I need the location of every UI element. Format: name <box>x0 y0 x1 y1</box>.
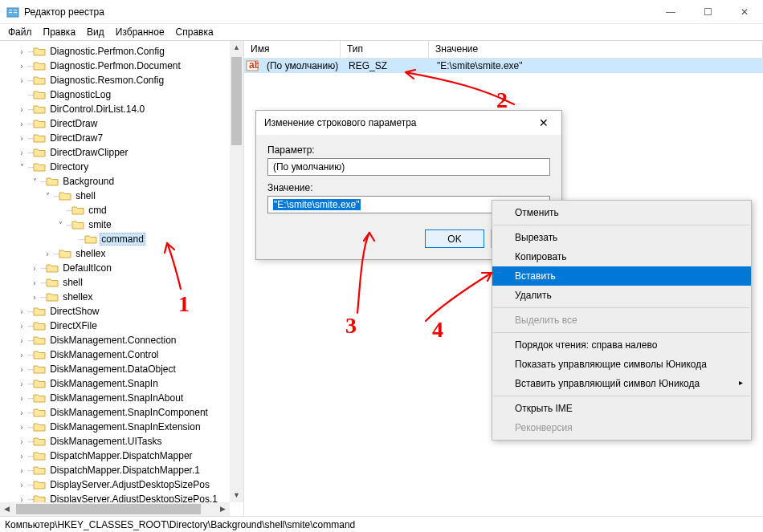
tree-item[interactable]: ···· command <box>0 232 230 246</box>
tree-item[interactable]: › ···· DirectDrawClipper <box>0 145 230 160</box>
tree-item[interactable]: › ···· DispatchMapper.DispatchMapper <box>0 449 230 463</box>
tree-item[interactable]: ···· DiagnosticLog <box>0 87 230 102</box>
collapse-icon[interactable]: ˅ <box>29 177 40 186</box>
ctx-rtl[interactable]: Порядок чтения: справа налево <box>492 335 751 355</box>
tree-item-label: DiskManagement.SnapInExtension <box>48 421 202 433</box>
tree-item[interactable]: › ···· Diagnostic.Perfmon.Document <box>0 59 230 73</box>
tree-item-label: shell <box>61 277 84 288</box>
collapse-icon[interactable]: ˅ <box>55 221 66 229</box>
expand-icon[interactable]: › <box>29 293 40 302</box>
ctx-paste[interactable]: Вставить <box>492 266 751 286</box>
tree-item-label: shellex <box>61 291 94 303</box>
regedit-icon <box>6 6 19 18</box>
tree-item-label: shellex <box>74 248 107 259</box>
folder-icon <box>33 392 46 404</box>
expand-icon[interactable]: › <box>29 264 40 273</box>
dialog-close-button[interactable]: ✕ <box>534 115 553 131</box>
tree-item[interactable]: › ···· DefaultIcon <box>0 261 230 275</box>
tree-item[interactable]: › ···· DirectShow <box>0 304 230 319</box>
tree-item[interactable]: › ···· Diagnostic.Perfmon.Config <box>0 44 230 59</box>
menu-edit[interactable]: Правка <box>43 26 76 38</box>
tree-item-label: DirectDrawClipper <box>48 147 129 158</box>
tree-item[interactable]: › ···· DiskManagement.SnapInComponent <box>0 405 230 420</box>
separator <box>493 332 750 333</box>
tree-item-label: DirectDraw7 <box>48 132 104 144</box>
maximize-button[interactable]: ☐ <box>689 0 726 24</box>
close-button[interactable]: ✕ <box>726 0 763 24</box>
context-menu[interactable]: ОтменитьВырезатьКопироватьВставитьУдалит… <box>492 200 752 441</box>
tree-item[interactable]: › ···· DiskManagement.UITasks <box>0 434 230 449</box>
tree-item[interactable]: › ···· DirectDraw7 <box>0 131 230 145</box>
ctx-cut[interactable]: Вырезать <box>492 228 751 247</box>
tree-item[interactable]: ˅ ···· smite <box>0 217 230 232</box>
folder-icon <box>33 60 46 71</box>
expand-icon[interactable]: › <box>29 278 40 287</box>
tree-vscrollbar[interactable]: ▲▼ <box>230 41 243 502</box>
col-type[interactable]: Тип <box>341 41 429 58</box>
collapse-icon[interactable]: ˅ <box>16 163 27 172</box>
value-data: "E:\smite\smite.exe" <box>432 60 761 71</box>
tree-item[interactable]: › ···· DiskManagement.Control <box>0 347 230 362</box>
folder-icon <box>46 277 59 288</box>
tree-item[interactable]: › ···· DiskManagement.SnapInAbout <box>0 391 230 405</box>
separator <box>493 225 750 225</box>
tree-item[interactable]: › ···· DirControl.DirList.14.0 <box>0 102 230 116</box>
tree-item[interactable]: ˅ ···· Background <box>0 174 230 189</box>
tree-item-label: DirectDraw <box>48 118 99 129</box>
menu-file[interactable]: Файл <box>8 26 32 38</box>
ctx-reconv: Реконверсия <box>492 418 751 437</box>
tree-item[interactable]: › ···· Diagnostic.Resmon.Config <box>0 73 230 87</box>
tree-item[interactable]: › ···· shellex <box>0 290 230 304</box>
menu-favorites[interactable]: Избранное <box>116 26 165 38</box>
tree-item[interactable]: › ···· DiskManagement.SnapInExtension <box>0 420 230 434</box>
expand-icon[interactable]: › <box>42 250 53 258</box>
tree-item-label: DefaultIcon <box>61 262 113 274</box>
folder-icon <box>46 291 59 303</box>
col-value[interactable]: Значение <box>429 41 763 58</box>
tree-item-label: command <box>100 233 145 246</box>
ctx-insuc[interactable]: Вставить управляющий символ Юникода <box>492 374 751 393</box>
tree-item[interactable]: ···· cmd <box>0 203 230 217</box>
folder-icon <box>33 349 46 360</box>
tree-hscrollbar[interactable]: ◀▶ <box>0 502 230 516</box>
tree-item[interactable]: › ···· DisplayServer.AdjustDesktopSizePo… <box>0 477 230 492</box>
tree-item-label: DispatchMapper.DispatchMapper.1 <box>48 465 202 476</box>
titlebar: Редактор реестра — ☐ ✕ <box>0 0 763 24</box>
tree-item[interactable]: ˅ ···· Directory <box>0 160 230 174</box>
ctx-undo[interactable]: Отменить <box>492 203 751 222</box>
value-row[interactable]: ab (По умолчанию) REG_SZ "E:\smite\smite… <box>244 59 763 73</box>
ctx-showuc[interactable]: Показать управляющие символы Юникода <box>492 355 751 374</box>
tree-item[interactable]: ˅ ···· shell <box>0 189 230 203</box>
ok-button[interactable]: OK <box>425 229 484 248</box>
minimize-button[interactable]: — <box>652 0 689 24</box>
folder-icon <box>84 234 97 245</box>
expand-icon: › <box>16 466 27 475</box>
menu-help[interactable]: Справка <box>176 26 214 38</box>
tree-item[interactable]: › ···· shell <box>0 275 230 290</box>
tree-item[interactable]: › ···· DirectXFile <box>0 319 230 333</box>
expand-icon: › <box>16 481 27 489</box>
folder-icon <box>71 219 84 230</box>
folder-icon <box>33 407 46 418</box>
tree-item-label: DiskManagement.SnapIn <box>48 378 160 389</box>
ctx-copy[interactable]: Копировать <box>492 247 751 266</box>
tree-item-label: DiskManagement.SnapInAbout <box>48 392 185 404</box>
ctx-delete[interactable]: Удалить <box>492 286 751 305</box>
value-name: (По умолчанию) <box>262 60 344 71</box>
tree-item[interactable]: › ···· DirectDraw <box>0 116 230 131</box>
registry-tree[interactable]: › ···· Diagnostic.Perfmon.Config › ···· … <box>0 44 243 516</box>
tree-item-label: DiskManagement.Connection <box>48 335 177 346</box>
tree-item[interactable]: › ···· DiskManagement.DataObject <box>0 362 230 376</box>
menu-view[interactable]: Вид <box>87 26 104 38</box>
tree-item[interactable]: › ···· shellex <box>0 246 230 261</box>
collapse-icon[interactable]: ˅ <box>42 192 53 201</box>
ctx-ime[interactable]: Открыть IME <box>492 399 751 418</box>
tree-item-label: DiskManagement.UITasks <box>48 436 163 447</box>
folder-icon <box>33 89 46 100</box>
col-name[interactable]: Имя <box>244 41 341 58</box>
folder-icon <box>33 465 46 476</box>
tree-item[interactable]: › ···· DiskManagement.SnapIn <box>0 376 230 391</box>
tree-item[interactable]: › ···· DispatchMapper.DispatchMapper.1 <box>0 463 230 477</box>
svg-rect-4 <box>14 12 17 13</box>
tree-item[interactable]: › ···· DiskManagement.Connection <box>0 333 230 347</box>
